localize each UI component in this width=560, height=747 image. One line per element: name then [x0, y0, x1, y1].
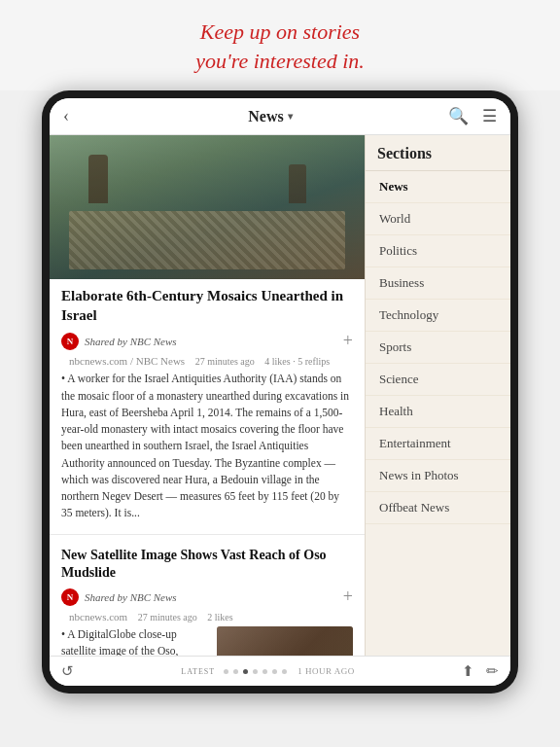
promo-text: Keep up on stories you're interested in. — [19, 18, 541, 75]
article-1-time: 27 minutes ago — [195, 356, 255, 367]
bottom-right-controls: ⬆ ✏ — [462, 662, 499, 680]
nav-title: News ▾ — [248, 108, 292, 125]
article-1-details: 4 likes · 5 reflips — [264, 356, 330, 367]
section-item-sports[interactable]: Sports — [366, 332, 510, 364]
nav-dropdown-arrow[interactable]: ▾ — [288, 111, 293, 122]
nav-bar: ‹ News ▾ 🔍 ☰ — [50, 98, 510, 135]
section-item-news[interactable]: News — [366, 171, 510, 203]
source-icon-1: N — [61, 333, 79, 350]
article-feed: Elaborate 6th-Century Mosaics Unearthed … — [50, 135, 365, 656]
article-2-image — [217, 626, 353, 656]
share-icon[interactable]: ⬆ — [462, 662, 474, 680]
article-1-image — [50, 135, 365, 279]
section-item-entertainment[interactable]: Entertainment — [366, 428, 510, 460]
article-2-time: 27 minutes ago — [138, 612, 197, 622]
promo-line1: Keep up on stories — [200, 19, 360, 44]
page-dot-3[interactable] — [243, 669, 248, 674]
back-button[interactable]: ‹ — [63, 106, 92, 126]
article-1: Elaborate 6th-Century Mosaics Unearthed … — [50, 135, 365, 534]
article-1-text: • A worker for the Israel Antiquities Au… — [61, 371, 353, 521]
article-2-source: Shared by NBC News — [85, 591, 177, 603]
article-2-plus[interactable]: + — [343, 587, 353, 607]
image-overlay — [50, 135, 365, 279]
sections-header: Sections — [366, 135, 510, 171]
device-screen: ‹ News ▾ 🔍 ☰ — [50, 98, 510, 686]
device-frame: ‹ News ▾ 🔍 ☰ — [42, 90, 518, 694]
promo-banner: Keep up on stories you're interested in. — [0, 0, 560, 90]
article-1-timestamp: nbcnews.com / NBC News 27 minutes ago 4 … — [61, 355, 353, 367]
sections-panel: Sections News World Politics Business Te… — [365, 135, 510, 656]
nav-title-text: News — [248, 108, 283, 125]
refresh-icon[interactable]: ↺ — [61, 662, 74, 680]
article-1-meta: N Shared by NBC News + — [61, 331, 353, 351]
article-2: New Satellite Image Shows Vast Reach of … — [50, 539, 365, 657]
pagination-controls: LATEST 1 HOUR AGO — [181, 666, 354, 676]
article-2-image-detail — [217, 626, 353, 656]
page-dot-1[interactable] — [224, 669, 228, 674]
page-dot-2[interactable] — [233, 669, 238, 674]
section-item-news-photos[interactable]: News in Photos — [366, 460, 510, 492]
section-item-business[interactable]: Business — [366, 267, 510, 300]
article-1-link[interactable]: nbcnews.com / NBC News — [69, 355, 185, 367]
section-item-science[interactable]: Science — [366, 364, 510, 396]
content-area: Elaborate 6th-Century Mosaics Unearthed … — [50, 135, 510, 656]
section-item-health[interactable]: Health — [366, 396, 510, 428]
section-item-world[interactable]: World — [366, 203, 510, 235]
section-item-technology[interactable]: Technology — [366, 300, 510, 332]
article-2-meta: N Shared by NBC News + — [61, 587, 353, 607]
promo-line2: you're interested in. — [195, 49, 365, 73]
bottom-bar: ↺ LATEST 1 HOUR AGO ⬆ ✏ — [50, 656, 510, 686]
source-icon-2: N — [61, 588, 79, 606]
bottom-left-controls: ↺ — [61, 662, 74, 680]
article-2-timestamp: nbcnews.com 27 minutes ago 2 likes — [61, 611, 353, 622]
article-1-source: Shared by NBC News — [85, 336, 177, 347]
nav-right-icons: 🔍 ☰ — [448, 106, 497, 126]
article-2-link[interactable]: nbcnews.com — [69, 611, 127, 622]
edit-icon[interactable]: ✏ — [486, 662, 499, 680]
search-icon[interactable]: 🔍 — [448, 106, 469, 126]
menu-icon[interactable]: ☰ — [482, 106, 497, 126]
page-dot-7[interactable] — [282, 669, 287, 674]
latest-label: LATEST — [181, 667, 215, 676]
article-1-title[interactable]: Elaborate 6th-Century Mosaics Unearthed … — [61, 287, 353, 325]
section-item-politics[interactable]: Politics — [366, 235, 510, 267]
article-2-text: • A DigitalGlobe close-up satellite imag… — [61, 626, 209, 656]
article-2-title[interactable]: New Satellite Image Shows Vast Reach of … — [61, 547, 353, 582]
page-dot-5[interactable] — [262, 669, 267, 674]
page-dot-4[interactable] — [253, 669, 258, 674]
page-dot-6[interactable] — [272, 669, 277, 674]
time-label: 1 HOUR AGO — [298, 666, 355, 676]
section-item-offbeat[interactable]: Offbeat News — [366, 492, 510, 524]
article-2-details: 2 likes — [207, 612, 232, 622]
article-1-body: Elaborate 6th-Century Mosaics Unearthed … — [50, 279, 365, 521]
article-1-plus[interactable]: + — [343, 331, 353, 351]
